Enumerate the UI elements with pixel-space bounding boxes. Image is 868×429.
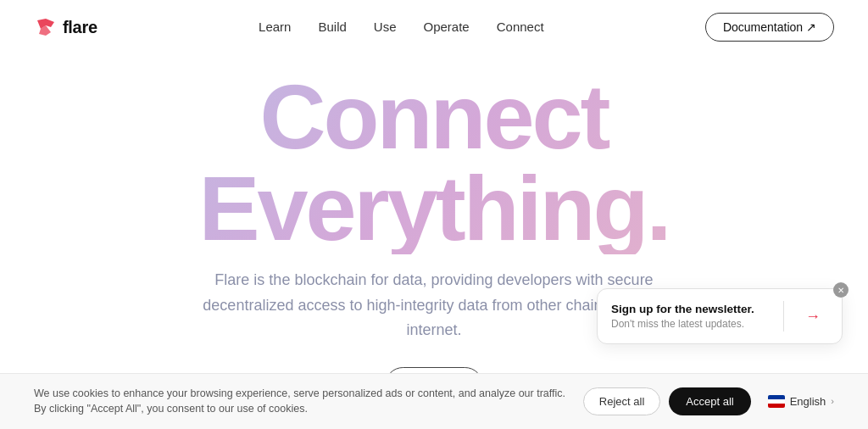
newsletter-close-button[interactable]: ✕ <box>833 282 849 298</box>
chevron-right-icon: › <box>831 396 834 406</box>
nav-learn[interactable]: Learn <box>259 20 291 34</box>
nav-build[interactable]: Build <box>318 20 346 34</box>
reject-all-button[interactable]: Reject all <box>583 387 660 415</box>
logo-text: flare <box>63 18 97 37</box>
newsletter-divider <box>783 301 784 332</box>
accept-all-button[interactable]: Accept all <box>669 387 750 415</box>
nav-links: Learn Build Use Operate Connect <box>259 20 544 35</box>
cookie-buttons: Reject all Accept all <box>583 387 751 415</box>
nav-operate[interactable]: Operate <box>424 20 470 34</box>
cookie-text: We use cookies to enhance your browsing … <box>34 386 566 418</box>
flare-logo-icon <box>34 15 58 39</box>
navigation: flare Learn Build Use Operate Connect Do… <box>0 0 868 54</box>
newsletter-popup: ✕ Sign up for the newsletter. Don't miss… <box>597 288 843 344</box>
language-selector[interactable]: English › <box>768 395 834 408</box>
newsletter-arrow-button[interactable]: → <box>798 301 828 332</box>
newsletter-text: Sign up for the newsletter. Don't miss t… <box>611 303 770 330</box>
logo[interactable]: flare <box>34 15 97 39</box>
nav-use[interactable]: Use <box>374 20 397 34</box>
flag-icon <box>768 395 785 408</box>
hero-section: Connect Everything. Flare is the blockch… <box>0 54 868 404</box>
documentation-button[interactable]: Documentation ↗ <box>705 13 834 42</box>
newsletter-title: Sign up for the newsletter. <box>611 303 770 315</box>
language-label: English <box>790 395 826 408</box>
nav-connect[interactable]: Connect <box>497 20 544 34</box>
cookie-banner: We use cookies to enhance your browsing … <box>0 373 868 430</box>
hero-title: Connect Everything. <box>34 71 834 254</box>
newsletter-subtitle: Don't miss the latest updates. <box>611 318 770 330</box>
